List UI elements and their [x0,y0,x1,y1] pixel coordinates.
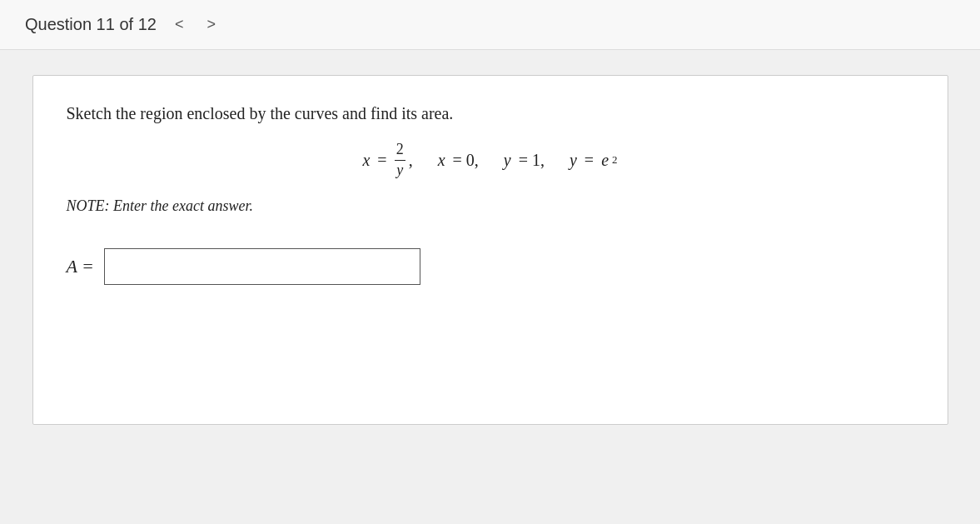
answer-input[interactable] [104,248,420,285]
note-text: NOTE: Enter the exact answer. [67,197,914,215]
eq4-y: y [570,151,577,170]
eq1-equals: = [373,151,391,170]
equation-1: x = 2 y , [362,141,412,179]
eq1-denominator: y [395,161,405,180]
eq1-lhs: x [362,151,370,170]
eq4-eq: = [580,151,598,170]
eq2-text: x [438,151,445,170]
question-card: Sketch the region enclosed by the curves… [32,75,948,425]
equation-2: x = 0, [438,151,479,170]
eq3-eq: = 1, [515,151,545,170]
eq3-text: y [504,151,511,170]
header-bar: Question 11 of 12 < > [0,0,980,50]
question-text: Sketch the region enclosed by the curves… [67,101,914,126]
eq1-numerator: 2 [395,141,405,161]
eq1-comma: , [409,151,413,170]
math-equations: x = 2 y , x = 0, y = 1, y = e2 [67,141,914,179]
eq4-base: e [601,151,609,170]
answer-row: A = [67,248,914,285]
answer-label: A = [67,256,94,277]
eq1-fraction: 2 y [395,141,405,179]
main-content: Sketch the region enclosed by the curves… [0,50,980,524]
question-counter: Question 11 of 12 [25,15,157,34]
next-button[interactable]: > [201,14,221,35]
eq2-eq: = 0, [449,151,479,170]
prev-button[interactable]: < [170,14,189,35]
equation-3: y = 1, [504,151,545,170]
equation-4: y = e2 [570,151,618,170]
